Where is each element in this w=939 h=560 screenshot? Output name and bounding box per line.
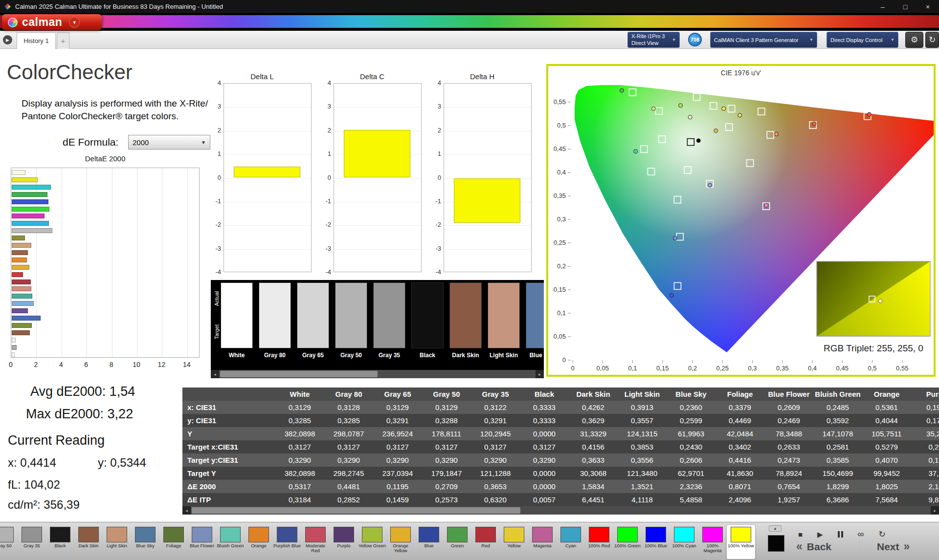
palette-item[interactable]: 100% Blue [642,525,670,559]
scroll-right-icon[interactable]: ▸ [536,370,544,378]
palette-item[interactable]: Gray 50 [0,525,18,559]
patch-swatch[interactable]: Blue Sky [526,282,544,359]
maximize-button[interactable]: □ [894,0,917,13]
patch-swatch[interactable]: Black [411,282,444,359]
palette-item[interactable]: Light Skin [103,525,131,559]
palette-item[interactable]: 100% Yellow [727,525,755,559]
table-cell: 147,1078 [813,427,862,440]
table-cell: 0,3127 [471,440,520,453]
add-tab-button[interactable]: + [57,32,69,49]
palette-swatch [192,527,212,542]
settings-button[interactable]: ⚙ [905,32,923,48]
palette-item[interactable]: Black [46,525,74,559]
palette-item[interactable]: Yellow Green [358,525,386,559]
table-cell: 0,4469 [715,414,764,427]
next-button[interactable]: Next » [877,540,910,553]
meter-status-badge[interactable]: 708 [688,33,702,46]
refresh-button[interactable]: ↻ [925,32,939,48]
table-cell: 0,3913 [618,401,667,414]
back-button[interactable]: « Back [796,540,831,553]
table-corner-cell [182,388,275,401]
palette-item[interactable]: Dark Skin [74,525,103,559]
palette-label: Gray 50 [0,543,18,548]
scroll-right-icon[interactable]: ▸ [931,506,939,515]
patch-swatch[interactable]: Gray 65 [297,282,329,359]
minimize-button[interactable]: – [872,0,894,13]
table-scrollbar[interactable]: ◂ ▸ [182,506,939,515]
table-cell: 0,4416 [715,453,764,467]
patch-strip-scrollbar[interactable]: ◂ ▸ [211,370,544,378]
svg-text:0,2: 0,2 [557,262,566,270]
history-nav-button[interactable]: ▶ [3,35,12,44]
tab-history-1[interactable]: History 1 [17,32,56,49]
patch-swatch[interactable]: Light Skin [488,282,520,359]
palette-item[interactable]: Foliage [159,525,188,559]
palette-item[interactable]: Orange Yellow [386,525,415,559]
row-label: Target Y [182,467,275,480]
palette-swatch [50,527,70,542]
display-control-dropdown[interactable]: Direct Display Control ▼ [827,32,898,48]
palette-item[interactable]: Gray 35 [18,525,46,559]
meter-dropdown[interactable]: X-Rite i1Pro 3Direct View ▼ [627,32,680,48]
palette-item[interactable]: Bluish Green [216,525,245,559]
palette-item[interactable]: Purplish Blue [273,525,301,559]
cie-measurement-dot [812,122,816,126]
patch-swatch[interactable]: Gray 50 [335,282,367,359]
row-label: Y [182,427,275,440]
close-button[interactable]: × [917,0,939,13]
table-cell: 0,0000 [520,467,569,480]
palette-item[interactable]: Blue [415,525,443,559]
gridline [224,178,311,179]
patch-swatch[interactable]: White [221,282,253,359]
pattern-generator-dropdown[interactable]: CalMAN Client 3 Pattern Generator ▼ [710,32,817,48]
pause-icon[interactable] [838,531,843,538]
scrollbar-thumb[interactable] [220,371,378,377]
play-icon[interactable]: ▶ [817,530,823,539]
patch-color [221,282,253,348]
table-cell: 0,2606 [667,453,715,467]
scroll-left-icon[interactable]: ◂ [182,506,191,515]
palette-item[interactable]: Orange [245,525,273,559]
deltae-bar [12,243,31,248]
table-cell: 6,3686 [813,493,862,506]
palette-item[interactable]: Moderate Red [301,525,330,559]
palette-swatch [646,527,666,542]
table-cell: 0,3653 [471,480,520,493]
palette-item[interactable]: Yellow [500,525,528,559]
palette-item[interactable]: Red [471,525,500,559]
patch-swatch[interactable]: Gray 35 [373,282,405,359]
stop-icon[interactable]: ■ [798,530,803,538]
patch-swatch[interactable]: Gray 80 [259,282,291,359]
palette-item[interactable]: Green [443,525,471,559]
deltae-bar [12,323,32,328]
app-icon [4,3,11,10]
scroll-left-icon[interactable]: ◂ [211,370,219,378]
palette-swatch [78,527,99,542]
palette-item[interactable]: Magenta [528,525,557,559]
column-header: Gray 80 [324,388,373,401]
window-title: Calman 2025 Calman Ultimate for Business… [15,3,223,10]
patch-swatch[interactable]: Dark Skin [449,282,482,359]
gridline [334,107,421,108]
logo-menu-dropdown[interactable]: ▼ [69,17,80,28]
collapse-chevron-button[interactable]: ▲ [769,525,782,532]
palette-item[interactable]: Cyan [557,525,585,559]
gridline [334,178,421,179]
de-formula-dropdown[interactable]: 2000 ▼ [128,135,210,150]
palette-item[interactable]: Blue Flower [188,525,216,559]
scrollbar-thumb[interactable] [192,507,520,514]
svg-text:0,55: 0,55 [554,98,566,106]
palette-item[interactable]: Purple [330,525,358,559]
calman-logo[interactable]: calman ▼ [2,14,102,30]
palette-item[interactable]: 100% Red [585,525,613,559]
loop-icon[interactable]: ∞ [858,529,864,539]
palette-item[interactable]: 100% Green [613,525,642,559]
palette-item[interactable]: 100% Cyan [670,525,698,559]
deltae-bar [12,345,17,350]
chevron-down-icon: ▼ [201,140,206,145]
palette-item[interactable]: Blue Sky [131,525,159,559]
refresh-icon[interactable]: ↻ [878,529,885,539]
palette-item[interactable]: 100% Magenta [698,525,727,559]
delta-h-chart: Delta H 43210-1-2-3-4 [431,72,534,278]
pattern-preview-button[interactable] [768,535,784,552]
